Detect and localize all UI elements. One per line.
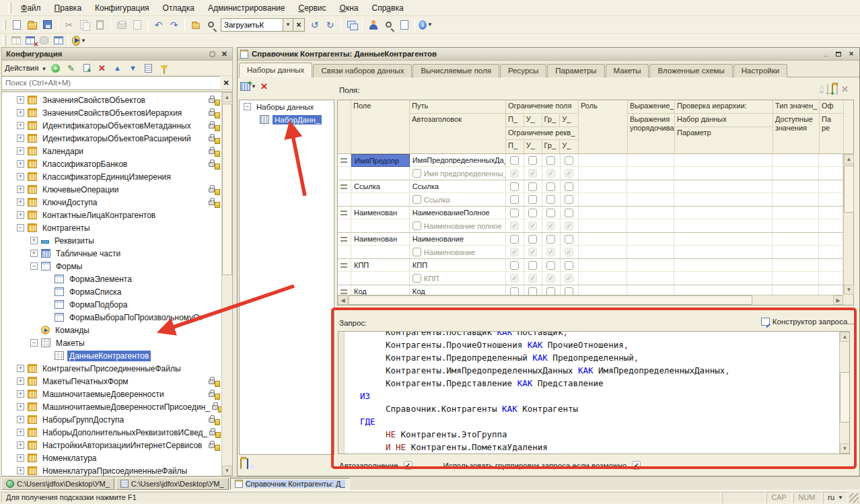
cut-button[interactable]: ✂ bbox=[61, 17, 77, 32]
combo-clear-button[interactable]: × bbox=[293, 18, 305, 32]
tree-item[interactable]: ФормаВыбораПоПроизвольномуОт bbox=[2, 311, 221, 324]
syntax-check-button[interactable] bbox=[381, 17, 396, 32]
checkbox-unchecked[interactable] bbox=[565, 195, 573, 204]
checkbox-unchecked[interactable] bbox=[546, 156, 555, 165]
field-subrow[interactable]: Наименование полное bbox=[338, 219, 843, 232]
scrollbar-thumb[interactable] bbox=[840, 372, 850, 423]
field-row[interactable]: КППКПП bbox=[338, 259, 843, 272]
delete-dataset-button[interactable]: ✕ bbox=[260, 81, 268, 92]
scroll-up-icon[interactable]: ▲ bbox=[844, 154, 854, 164]
tab-4[interactable]: Параметры bbox=[547, 64, 604, 77]
fields-horizontal-scrollbar[interactable]: ◀ ▶ bbox=[338, 295, 843, 305]
expander-icon[interactable]: + bbox=[17, 429, 24, 436]
field-subrow[interactable]: КПП bbox=[338, 272, 843, 285]
scroll-down-icon[interactable]: ▼ bbox=[222, 466, 232, 476]
checkbox-unchecked[interactable] bbox=[510, 235, 519, 244]
tab-0[interactable]: Наборы данных bbox=[239, 63, 312, 77]
checkbox-unchecked[interactable] bbox=[510, 195, 519, 204]
checkbox-checked[interactable] bbox=[565, 221, 573, 230]
grouping-checkbox[interactable] bbox=[632, 461, 641, 470]
filter-button[interactable] bbox=[157, 62, 171, 75]
column-header-hierarchy[interactable]: Проверка иерархии: Набор данных Параметр bbox=[675, 100, 773, 153]
checkbox-checked[interactable] bbox=[528, 248, 537, 256]
print-button[interactable] bbox=[114, 17, 129, 32]
expander-icon[interactable]: + bbox=[17, 122, 24, 129]
checkbox-unchecked[interactable] bbox=[413, 274, 421, 283]
checkbox-unchecked[interactable] bbox=[510, 261, 519, 270]
minimize-button[interactable]: _ bbox=[820, 49, 831, 59]
expander-icon[interactable]: − bbox=[30, 339, 38, 347]
row-handle-icon[interactable] bbox=[341, 158, 347, 163]
tree-item[interactable]: +ЗначенияСвойствОбъектовИерархия bbox=[2, 106, 221, 119]
flag-column-header[interactable]: У_ bbox=[524, 114, 542, 127]
checkbox-unchecked[interactable] bbox=[528, 209, 537, 217]
expander-icon[interactable]: + bbox=[17, 147, 24, 155]
menu-item-7[interactable]: Справка bbox=[365, 1, 410, 15]
field-name-cell[interactable]: Ссылка bbox=[351, 180, 410, 193]
checkbox-unchecked[interactable] bbox=[528, 235, 537, 244]
checkbox-unchecked[interactable] bbox=[528, 195, 537, 204]
expander-icon[interactable]: + bbox=[17, 365, 24, 372]
expander-icon[interactable]: + bbox=[17, 96, 24, 104]
menu-item-3[interactable]: Отладка bbox=[156, 1, 201, 15]
column-header-role[interactable]: Роль bbox=[579, 100, 628, 153]
checkbox-checked[interactable] bbox=[528, 221, 537, 230]
tree-item[interactable]: −Контрагенты bbox=[2, 221, 221, 234]
expander-icon[interactable]: + bbox=[17, 441, 24, 449]
flag-column-header[interactable]: П_ bbox=[506, 140, 524, 153]
field-subrow[interactable]: Имя предопределенны_ bbox=[338, 167, 843, 180]
tree-item[interactable]: +Номенклатура bbox=[2, 452, 221, 464]
load-dataset-button[interactable] bbox=[240, 459, 242, 468]
syntax-helper-button[interactable] bbox=[396, 17, 412, 32]
search-clear-button[interactable]: ✕ bbox=[220, 79, 232, 87]
tree-item[interactable]: +КонтактныеЛицаКонтрагентов bbox=[2, 209, 221, 221]
expander-icon[interactable]: + bbox=[17, 199, 24, 206]
expander-icon[interactable]: + bbox=[17, 211, 24, 219]
tree-scrollbar[interactable]: ▲ ▼ bbox=[221, 92, 232, 476]
checkbox-checked[interactable] bbox=[546, 274, 555, 283]
checkbox-unchecked[interactable] bbox=[565, 235, 573, 244]
scroll-up-icon[interactable]: ▲ bbox=[840, 332, 850, 342]
expander-icon[interactable]: + bbox=[17, 109, 24, 116]
tree-item[interactable]: +МашиночитаемыеДоверенности bbox=[2, 388, 221, 400]
checkbox-unchecked[interactable] bbox=[546, 209, 555, 217]
checkbox-unchecked[interactable] bbox=[528, 156, 537, 165]
dataset-item[interactable]: НаборДанн_ bbox=[240, 113, 334, 126]
print-preview-button[interactable] bbox=[129, 17, 145, 32]
open-config-button[interactable] bbox=[51, 34, 65, 46]
tree-item[interactable]: +КлассификаторЕдиницИзмерения bbox=[2, 170, 221, 183]
undo-button[interactable]: ↶ bbox=[151, 17, 166, 32]
tree-item[interactable]: +Календари bbox=[2, 145, 221, 157]
tab-5[interactable]: Макеты bbox=[606, 64, 649, 77]
column-header-last[interactable]: Оф Па ре bbox=[820, 100, 844, 153]
search-combo-input[interactable] bbox=[221, 18, 283, 32]
tree-item[interactable]: +НаборыГруппДоступа bbox=[2, 413, 221, 426]
column-header-type[interactable]: Тип значен_ Доступные значения bbox=[773, 100, 820, 153]
checkbox-checked[interactable] bbox=[528, 274, 537, 283]
language-selector[interactable]: ru▼ bbox=[823, 492, 848, 503]
checkbox-unchecked[interactable] bbox=[565, 182, 573, 191]
panel-close-button[interactable]: ✕ bbox=[219, 50, 229, 59]
tree-item[interactable]: +Реквизиты bbox=[2, 234, 221, 247]
checkbox-unchecked[interactable] bbox=[510, 287, 519, 295]
scroll-up-icon[interactable]: ▲ bbox=[222, 92, 232, 102]
field-row[interactable]: КодКод bbox=[338, 285, 843, 295]
row-handle-icon[interactable] bbox=[341, 263, 347, 268]
column-header-restriction[interactable]: Ограничение поля П_У_Гр_У_ Ограничение р… bbox=[506, 100, 579, 153]
checkbox-checked[interactable] bbox=[546, 221, 555, 230]
tree-item[interactable]: ФормаСписка bbox=[2, 285, 221, 298]
checkbox-unchecked[interactable] bbox=[413, 169, 421, 178]
field-subrow[interactable]: Ссылка bbox=[338, 193, 843, 206]
checkbox-unchecked[interactable] bbox=[510, 209, 519, 217]
find-in-files-button[interactable] bbox=[188, 17, 203, 32]
checkbox-checked[interactable] bbox=[546, 169, 555, 178]
tree-item[interactable]: +ИдентификаторыОбъектовРасширений bbox=[2, 132, 221, 145]
menu-item-2[interactable]: Конфигурация bbox=[88, 1, 156, 15]
flag-column-header[interactable]: У_ bbox=[560, 140, 578, 153]
toolbar-grip[interactable] bbox=[3, 20, 6, 30]
datasets-root-item[interactable]: − Наборы данных bbox=[240, 100, 334, 113]
tree-item[interactable]: +КонтрагентыПрисоединенныеФайлы bbox=[2, 362, 221, 375]
restore-button[interactable] bbox=[833, 49, 844, 59]
field-name-cell[interactable]: Наименован bbox=[351, 207, 410, 219]
field-row[interactable]: НаименованНаименование bbox=[338, 233, 843, 246]
